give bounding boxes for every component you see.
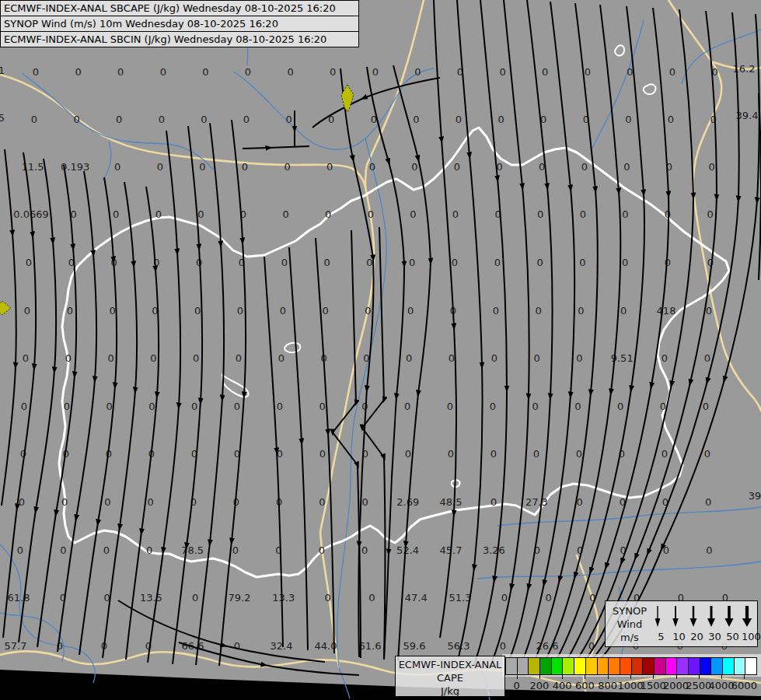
cape-color-cell (552, 658, 564, 674)
cape-legend-model: ECMWF-INDEX-ANAL (396, 658, 504, 671)
wind-arrow-icon (652, 604, 663, 628)
cape-tick (744, 674, 745, 679)
synop-arrow-item: 10 (670, 603, 688, 646)
synop-wind-legend: SYNOP Wind m/s 510203050100 (605, 600, 758, 647)
synop-speed-label: 100 (742, 631, 759, 642)
synop-legend-title: SYNOP (607, 604, 652, 618)
cape-legend-title-box: ECMWF-INDEX-ANAL CAPE J/kg (395, 656, 505, 697)
cape-color-cell (643, 658, 655, 674)
synop-arrow-item: 20 (688, 603, 706, 646)
cape-color-cell (529, 658, 540, 674)
cape-color-cell (620, 658, 632, 674)
synop-speed-label: 50 (724, 631, 742, 642)
streamlines-layer (0, 0, 761, 700)
cape-tick-label: 800 (598, 680, 617, 691)
cape-color-cell (666, 658, 678, 674)
synop-speed-label: 5 (652, 631, 670, 642)
weather-map-screenshot: 000000000000000000000000000000000011.50.… (0, 0, 761, 700)
cape-color-cell (723, 658, 735, 674)
cape-color-cell (598, 658, 609, 674)
cape-color-cell (745, 658, 756, 674)
cape-tick (721, 674, 722, 679)
title-line-synop-wind: SYNOP Wind (m/s) 10m Wednesday 08-10-202… (1, 16, 358, 31)
cape-tick-label: 2500 (686, 680, 711, 691)
cape-tick-label: 2000 (663, 680, 689, 691)
cape-tick (608, 674, 609, 679)
cape-tick (699, 674, 700, 679)
cape-color-cell (574, 658, 586, 674)
synop-arrow-item: 100 (742, 603, 759, 646)
cape-tick (653, 674, 654, 679)
title-line-sbcin: ECMWF-INDEX-ANAL SBCIN (J/kg) Wednesday … (1, 31, 358, 47)
synop-legend-units: m/s (607, 631, 652, 644)
cape-color-cell (632, 658, 644, 674)
cape-color-cell (609, 658, 620, 674)
cape-color-cell (700, 658, 712, 674)
synop-legend-labels: SYNOP Wind m/s (607, 604, 652, 644)
cape-tick-label: 600 (575, 680, 595, 691)
wind-arrow-icon (724, 604, 735, 628)
wind-arrow-icon (688, 604, 699, 628)
synop-legend-wind-label: Wind (607, 618, 652, 631)
wind-arrow-icon (706, 604, 717, 628)
cape-legend-units: J/kg (396, 684, 504, 698)
synop-speed-label: 30 (706, 631, 724, 642)
title-legend: ECMWF-INDEX-ANAL SBCAPE (J/kg) Wednesday… (0, 0, 359, 47)
cape-color-cell (506, 658, 518, 674)
cape-color-cell (711, 658, 723, 674)
cape-tick-label: 400 (553, 680, 572, 691)
cape-station-marker (0, 301, 11, 315)
cape-tick (517, 674, 518, 679)
cape-color-bar-ticks: 0200400600800100015002000250040006000 (505, 674, 756, 700)
cape-tick-label: 4000 (709, 680, 735, 691)
synop-arrow-item: 30 (706, 603, 724, 646)
cape-color-cell (518, 658, 529, 674)
cape-tick-label: 0 (513, 680, 519, 691)
cape-tick (585, 674, 585, 679)
cape-color-cell (563, 658, 574, 674)
cape-tick-label: 200 (529, 680, 549, 691)
cape-tick (562, 674, 563, 679)
synop-speed-label: 20 (688, 631, 706, 642)
synop-arrow-item: 5 (652, 603, 670, 646)
wind-arrow-icon (742, 604, 752, 628)
station-markers (0, 85, 354, 315)
cape-tick-label: 6000 (731, 680, 757, 691)
cape-color-cell (586, 658, 598, 674)
cape-color-bar (505, 657, 757, 675)
cape-legend-param: CAPE (396, 671, 504, 684)
cape-color-cell (655, 658, 666, 674)
cape-color-cell (689, 658, 700, 674)
cape-tick-label: 1000 (617, 680, 643, 691)
cape-tick (676, 674, 677, 679)
synop-arrow-item: 50 (724, 603, 742, 646)
cape-color-cell (735, 658, 746, 674)
cape-color-cell (677, 658, 689, 674)
cape-tick-label: 1500 (641, 680, 666, 691)
cape-color-cell (540, 658, 552, 674)
cape-tick (539, 674, 540, 679)
title-line-sbcape: ECMWF-INDEX-ANAL SBCAPE (J/kg) Wednesday… (1, 1, 358, 16)
wind-arrow-icon (670, 604, 681, 628)
synop-arrow-scale: 510203050100 (652, 603, 759, 646)
cape-tick (630, 674, 631, 679)
synop-speed-label: 10 (670, 631, 688, 642)
